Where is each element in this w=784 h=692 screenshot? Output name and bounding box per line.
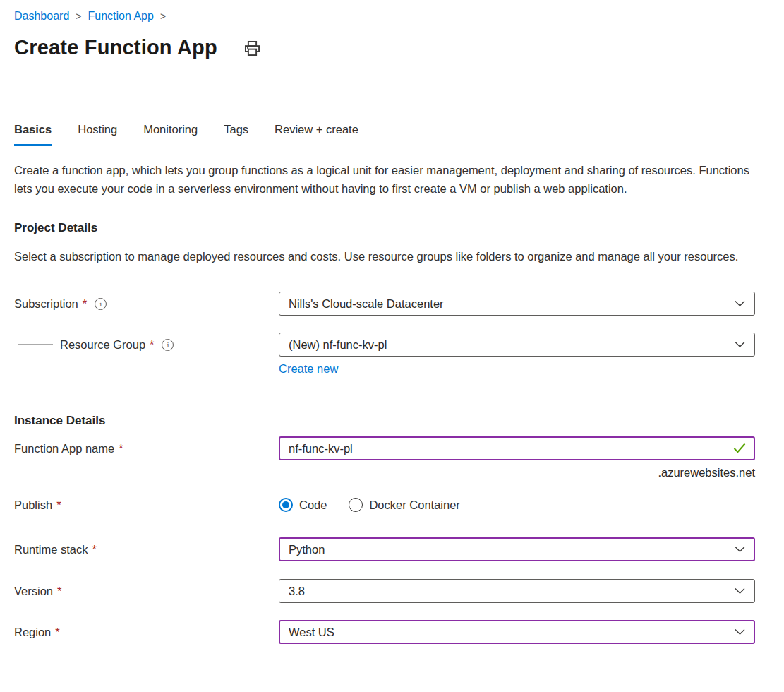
subscription-value: Nills's Cloud-scale Datacenter — [289, 297, 444, 311]
required-asterisk: * — [92, 543, 97, 556]
version-value: 3.8 — [289, 585, 305, 598]
printer-icon[interactable] — [243, 39, 262, 61]
tab-monitoring[interactable]: Monitoring — [143, 123, 198, 146]
runtime-stack-row: Runtime stack * Python — [14, 537, 769, 561]
tab-basics[interactable]: Basics — [14, 123, 52, 146]
tab-bar: Basics Hosting Monitoring Tags Review + … — [14, 123, 769, 146]
radio-docker-container-label: Docker Container — [369, 499, 459, 512]
create-new-link[interactable]: Create new — [279, 362, 338, 375]
breadcrumb-link-dashboard[interactable]: Dashboard — [14, 10, 69, 23]
intro-text: Create a function app, which lets you gr… — [14, 161, 764, 198]
function-app-name-row: Function App name * — [14, 436, 769, 460]
runtime-stack-value: Python — [289, 543, 325, 556]
required-asterisk: * — [83, 297, 87, 311]
project-details-description: Select a subscription to manage deployed… — [14, 247, 764, 266]
instance-details-heading: Instance Details — [14, 414, 769, 428]
validation-check-icon — [733, 443, 746, 456]
breadcrumb: Dashboard > Function App > — [14, 10, 769, 23]
required-asterisk: * — [150, 338, 154, 352]
resource-group-value: (New) nf-func-kv-pl — [289, 338, 387, 352]
function-app-name-label-text: Function App name — [14, 442, 114, 455]
resource-group-row: Resource Group * i (New) nf-func-kv-pl — [14, 333, 769, 357]
required-asterisk: * — [119, 442, 123, 455]
resource-group-label: Resource Group * i — [14, 338, 279, 352]
region-value: West US — [289, 626, 334, 639]
chevron-down-icon — [735, 587, 745, 595]
domain-suffix: .azurewebsites.net — [279, 466, 755, 479]
tab-tags[interactable]: Tags — [224, 123, 248, 146]
radio-code-label: Code — [299, 499, 327, 512]
radio-selected-icon — [279, 498, 293, 512]
publish-radio-group: Code Docker Container — [279, 498, 755, 512]
create-new-row: Create new — [279, 362, 769, 376]
domain-suffix-row: .azurewebsites.net — [14, 460, 769, 479]
version-label: Version * — [14, 585, 279, 598]
breadcrumb-link-function-app[interactable]: Function App — [88, 10, 153, 23]
region-label-text: Region — [14, 626, 51, 639]
page-title: Create Function App — [14, 36, 217, 59]
function-app-name-label: Function App name * — [14, 442, 279, 455]
region-dropdown[interactable]: West US — [279, 620, 755, 644]
basics-form: Subscription * i Nills's Cloud-scale Dat… — [14, 292, 769, 644]
tab-review-create[interactable]: Review + create — [275, 123, 358, 146]
required-asterisk: * — [57, 585, 61, 598]
publish-label-text: Publish — [14, 499, 52, 512]
version-label-text: Version — [14, 585, 53, 598]
required-asterisk: * — [55, 626, 59, 639]
subscription-label: Subscription * i — [14, 297, 279, 311]
breadcrumb-separator-icon: > — [76, 11, 81, 22]
project-details-heading: Project Details — [14, 221, 769, 235]
chevron-down-icon — [735, 341, 745, 348]
runtime-stack-label-text: Runtime stack — [14, 543, 88, 556]
chevron-down-icon — [735, 628, 745, 636]
chevron-down-icon — [735, 546, 745, 553]
subscription-dropdown[interactable]: Nills's Cloud-scale Datacenter — [279, 292, 755, 316]
tab-hosting[interactable]: Hosting — [78, 123, 117, 146]
radio-docker-container[interactable]: Docker Container — [349, 498, 459, 512]
subscription-label-text: Subscription — [14, 297, 78, 311]
function-app-name-input[interactable] — [279, 436, 755, 460]
publish-label: Publish * — [14, 499, 279, 512]
subscription-row: Subscription * i Nills's Cloud-scale Dat… — [14, 292, 769, 316]
runtime-stack-dropdown[interactable]: Python — [279, 537, 755, 561]
runtime-stack-label: Runtime stack * — [14, 543, 279, 556]
version-row: Version * 3.8 — [14, 579, 769, 603]
resource-group-label-text: Resource Group — [60, 338, 145, 352]
resource-group-dropdown[interactable]: (New) nf-func-kv-pl — [279, 333, 755, 357]
chevron-down-icon — [735, 300, 745, 307]
breadcrumb-separator-icon: > — [160, 11, 166, 22]
info-icon[interactable]: i — [95, 298, 107, 310]
radio-code[interactable]: Code — [279, 498, 327, 512]
publish-row: Publish * Code Docker Container — [14, 498, 769, 512]
region-row: Region * West US — [14, 620, 769, 644]
radio-unselected-icon — [349, 498, 363, 512]
title-row: Create Function App — [14, 35, 769, 61]
info-icon[interactable]: i — [162, 339, 174, 351]
required-asterisk: * — [56, 499, 61, 512]
hierarchy-connector-line — [18, 312, 53, 345]
region-label: Region * — [14, 626, 279, 639]
version-dropdown[interactable]: 3.8 — [279, 579, 755, 603]
